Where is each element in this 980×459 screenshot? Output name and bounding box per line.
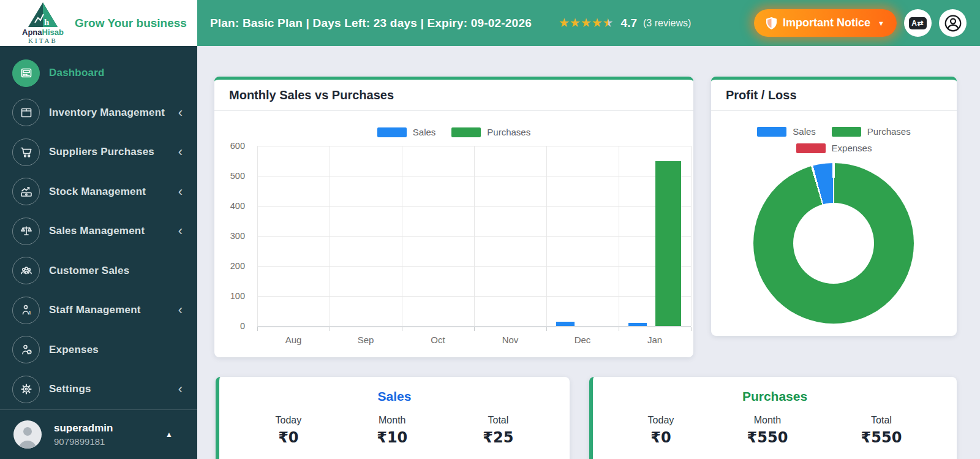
x-tick-label: Dec — [546, 335, 619, 345]
purchases-summary-stats: Today₹0Month₹550Total₹550 — [593, 415, 957, 446]
legend-item-sales[interactable]: Sales — [757, 126, 816, 137]
legend-label: Sales — [413, 127, 436, 137]
customers-icon — [12, 257, 40, 284]
user-phone: 9079899181 — [54, 436, 113, 447]
profit-loss-donut — [753, 163, 914, 324]
profit-loss-card: Profit / Loss SalesPurchasesExpenses — [711, 77, 957, 336]
rating: ★★★★★ 4.7 (3 reviews) — [559, 17, 691, 30]
sales-stat-today: Today₹0 — [276, 415, 302, 446]
chevron-left-icon: ‹ — [178, 224, 183, 238]
bar-card-title: Monthly Sales vs Purchases — [229, 88, 679, 102]
x-tick-label: Jan — [619, 335, 691, 345]
inventory-icon — [12, 99, 40, 126]
monthly-sales-purchases-card: Monthly Sales vs Purchases SalesPurchase… — [214, 77, 693, 357]
sidebar-item-label: Expenses — [49, 344, 99, 356]
chevron-left-icon: ‹ — [178, 185, 183, 199]
purchases-stat-total: Total₹550 — [861, 415, 902, 446]
sidebar-item-customer-sales[interactable]: Customer Sales — [0, 251, 197, 291]
bar-group-jan — [619, 146, 691, 326]
cart-icon — [12, 138, 40, 166]
shield-icon — [766, 17, 777, 29]
axis-tick — [402, 327, 402, 331]
x-tick-label: Nov — [474, 335, 546, 345]
brand-name: ApnaHisab — [22, 28, 64, 36]
chevron-left-icon: ‹ — [178, 145, 183, 159]
y-tick-label: 100 — [216, 291, 245, 301]
dashboard-main: Monthly Sales vs Purchases SalesPurchase… — [197, 46, 980, 459]
chevron-left-icon: ‹ — [178, 303, 183, 317]
legend-swatch — [377, 127, 407, 137]
sidebar-item-label: Customer Sales — [49, 265, 129, 277]
collapse-up-icon[interactable]: ▲ — [165, 430, 173, 439]
y-axis-labels: 0100200300400500600 — [214, 146, 251, 326]
sales-stat-month: Month₹10 — [377, 415, 407, 446]
sidebar-item-expenses[interactable]: ?Expenses — [0, 330, 197, 370]
y-tick-label: 300 — [216, 231, 245, 241]
translate-icon: A⇄ — [909, 17, 927, 29]
star-icon: ★ — [603, 16, 614, 29]
sidebar-item-label: Suppliers Purchases — [49, 146, 154, 158]
sidebar-item-sales-management[interactable]: Sales Management‹ — [0, 211, 197, 251]
y-tick-label: 0 — [216, 321, 245, 331]
sidebar-item-staff-management[interactable]: 1Staff Management‹ — [0, 290, 197, 330]
bar-chart-legend: SalesPurchases — [214, 127, 693, 137]
sales-summary-card: Sales Today₹0Month₹10Total₹25 — [216, 377, 570, 459]
logo-area[interactable]: h ApnaHisab KITAB Grow Your business — [0, 0, 197, 46]
staff-icon: 1 — [12, 297, 40, 324]
axis-tick — [619, 327, 619, 331]
axis-tick — [474, 327, 475, 331]
sidebar-item-label: Staff Management — [49, 304, 141, 316]
legend-item-purchases[interactable]: Purchases — [832, 126, 911, 137]
account-circle-icon — [943, 13, 963, 33]
sidebar-item-label: Settings — [49, 383, 91, 395]
legend-swatch — [757, 127, 786, 137]
bar-group-sep — [330, 146, 402, 326]
legend-swatch — [832, 127, 861, 137]
svg-text:1: 1 — [28, 310, 31, 316]
purchases-summary-title: Purchases — [593, 389, 957, 404]
stat-value: ₹550 — [747, 429, 788, 446]
stat-value: ₹0 — [276, 429, 302, 446]
bar-group-aug — [257, 146, 330, 326]
brand-subtitle: KITAB — [28, 37, 58, 44]
translate-button[interactable]: A⇄ — [904, 9, 932, 37]
star-rating-icons: ★★★★★ — [559, 17, 614, 29]
legend-item-purchases[interactable]: Purchases — [451, 127, 530, 137]
legend-item-sales[interactable]: Sales — [377, 127, 436, 137]
gridline — [691, 146, 692, 326]
sidebar-item-suppliers-purchases[interactable]: Suppliers Purchases‹ — [0, 132, 197, 172]
bar-sales-dec[interactable] — [556, 322, 575, 326]
sales-summary-title: Sales — [219, 389, 570, 404]
settings-icon — [12, 376, 40, 403]
legend-label: Sales — [793, 126, 816, 137]
y-tick-label: 400 — [216, 201, 245, 211]
user-meta: superadmin 9079899181 — [54, 422, 113, 447]
sidebar-item-inventory-management[interactable]: Inventory Management‹ — [0, 93, 197, 133]
legend-item-expenses[interactable]: Expenses — [796, 143, 872, 153]
important-notice-button[interactable]: Important Notice ▼ — [754, 9, 897, 37]
sidebar-item-label: Sales Management — [49, 225, 145, 237]
stat-value: ₹25 — [483, 429, 513, 446]
legend-swatch — [451, 127, 481, 137]
stat-value: ₹550 — [861, 429, 902, 446]
stat-label: Today — [648, 415, 674, 426]
legend-label: Purchases — [867, 126, 911, 137]
sidebar-item-dashboard[interactable]: Dashboard — [0, 53, 197, 93]
sidebar: h ApnaHisab KITAB Grow Your business Das… — [0, 0, 197, 459]
chevron-down-icon: ▼ — [878, 20, 884, 27]
purchases-summary-card: Purchases Today₹0Month₹550Total₹550 — [589, 377, 957, 459]
bar-purchases-jan[interactable] — [655, 161, 681, 327]
rating-reviews[interactable]: (3 reviews) — [643, 18, 691, 29]
sidebar-item-settings[interactable]: Settings‹ — [0, 370, 197, 409]
sidebar-nav: DashboardInventory Management‹Suppliers … — [0, 46, 197, 409]
profile-button[interactable] — [939, 9, 967, 37]
bar-sales-jan[interactable] — [628, 323, 647, 326]
brand-logo: h ApnaHisab KITAB — [22, 2, 64, 44]
sidebar-item-stock-management[interactable]: Stock Management‹ — [0, 172, 197, 212]
axis-tick — [691, 327, 692, 331]
axis-tick — [546, 327, 547, 331]
notice-label: Important Notice — [783, 17, 870, 29]
x-tick-label: Sep — [330, 335, 402, 345]
content-column: Plan: Basic Plan | Days Left: 23 days | … — [197, 0, 980, 459]
user-section[interactable]: superadmin 9079899181 ▲ — [0, 409, 197, 459]
